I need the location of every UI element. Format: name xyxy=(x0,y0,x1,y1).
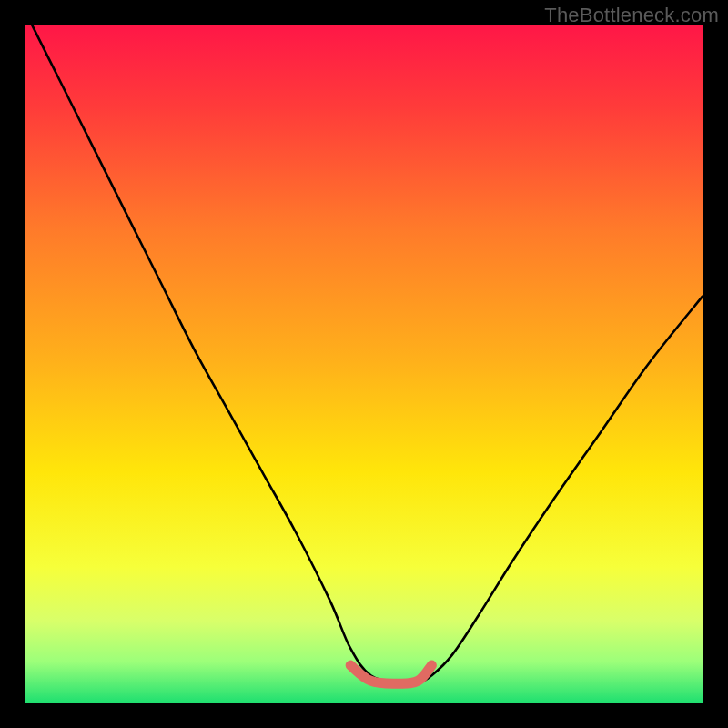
chart-frame: TheBottleneck.com xyxy=(0,0,728,728)
chart-svg xyxy=(25,25,703,703)
plot-area xyxy=(25,25,703,703)
gradient-background xyxy=(25,25,703,703)
watermark-text: TheBottleneck.com xyxy=(544,4,719,27)
